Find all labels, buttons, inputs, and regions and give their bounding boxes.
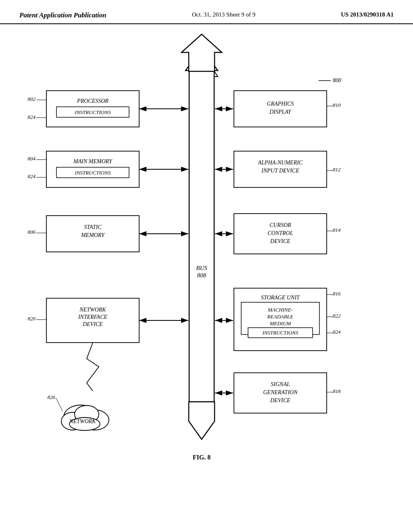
svg-text:MEMORY: MEMORY (81, 232, 105, 238)
svg-text:814: 814 (333, 227, 341, 233)
svg-text:DEVICE: DEVICE (82, 321, 103, 327)
svg-line-50 (56, 398, 63, 411)
svg-text:NETWORK: NETWORK (69, 418, 96, 424)
svg-text:824: 824 (333, 329, 341, 335)
svg-text:PROCESSOR: PROCESSOR (77, 98, 108, 104)
svg-text:804: 804 (28, 156, 36, 162)
diagram-area: BUS 808 PROCESSOR INSTRUCTIONS 802 824 M… (0, 28, 413, 500)
svg-text:810: 810 (333, 102, 341, 108)
svg-text:SIGNAL: SIGNAL (271, 381, 290, 387)
publication-label: Patent Application Publication (19, 11, 106, 19)
svg-text:826: 826 (48, 394, 56, 400)
svg-text:INSTRUCTIONS: INSTRUCTIONS (75, 109, 111, 115)
svg-text:GRAPHICS: GRAPHICS (267, 101, 294, 107)
svg-text:ALPHA-NUMERIC: ALPHA-NUMERIC (258, 160, 303, 166)
svg-text:806: 806 (28, 229, 36, 235)
svg-text:BUS: BUS (196, 265, 207, 271)
svg-text:808: 808 (197, 272, 206, 278)
svg-text:818: 818 (333, 388, 341, 394)
svg-text:FIG. 8: FIG. 8 (193, 454, 211, 461)
page-header: Patent Application Publication Oct. 31, … (0, 0, 413, 24)
svg-text:MEDIUM: MEDIUM (269, 320, 292, 326)
svg-text:STORAGE UNIT: STORAGE UNIT (261, 295, 300, 301)
svg-text:GENERATION: GENERATION (263, 389, 298, 395)
svg-rect-36 (46, 298, 139, 343)
svg-text:CONTROL: CONTROL (267, 230, 293, 236)
svg-text:800: 800 (333, 77, 341, 83)
svg-text:812: 812 (333, 166, 341, 172)
svg-text:DEVICE: DEVICE (270, 238, 290, 244)
svg-text:STATIC: STATIC (84, 224, 102, 230)
svg-marker-9 (189, 402, 215, 439)
svg-text:802: 802 (28, 96, 36, 102)
svg-text:DISPLAY: DISPLAY (269, 109, 292, 115)
svg-text:DEVICE: DEVICE (270, 397, 290, 403)
svg-text:INSTRUCTIONS: INSTRUCTIONS (75, 170, 111, 176)
svg-rect-8 (189, 71, 214, 402)
svg-text:NETWORK: NETWORK (79, 307, 106, 313)
svg-text:822: 822 (333, 313, 341, 319)
svg-text:READABLE: READABLE (267, 314, 293, 320)
svg-text:824: 824 (28, 173, 36, 179)
svg-text:816: 816 (333, 291, 341, 297)
svg-text:820: 820 (28, 316, 36, 322)
patent-number: US 2013/0290318 A1 (341, 11, 394, 18)
svg-marker-7 (181, 34, 222, 72)
svg-text:CURSOR: CURSOR (269, 222, 291, 228)
svg-text:INTERFACE: INTERFACE (78, 314, 108, 320)
svg-text:MACHINE-: MACHINE- (267, 307, 293, 313)
svg-text:INSTRUCTIONS: INSTRUCTIONS (262, 330, 298, 336)
svg-text:824: 824 (28, 114, 36, 120)
svg-text:INPUT DEVICE: INPUT DEVICE (261, 168, 299, 174)
svg-text:MAIN MEMORY: MAIN MEMORY (73, 158, 113, 164)
sheet-info: Oct. 31, 2013 Sheet 9 of 9 (192, 11, 255, 18)
